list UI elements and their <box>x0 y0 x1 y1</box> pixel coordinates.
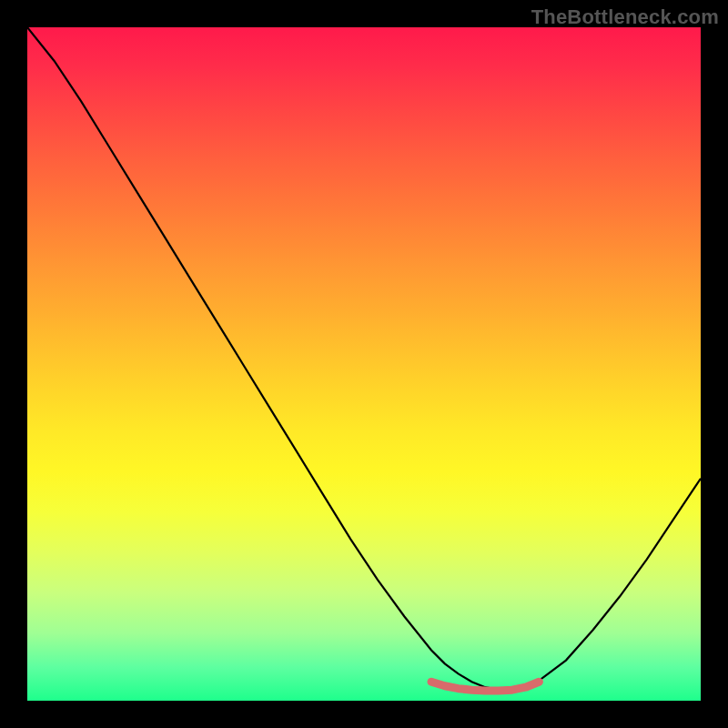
bottleneck-curve-path <box>27 27 701 690</box>
watermark-label: TheBottleneck.com <box>531 5 719 29</box>
curve-layer <box>27 27 701 701</box>
plot-area <box>27 27 701 701</box>
chart-frame: TheBottleneck.com <box>0 0 728 728</box>
